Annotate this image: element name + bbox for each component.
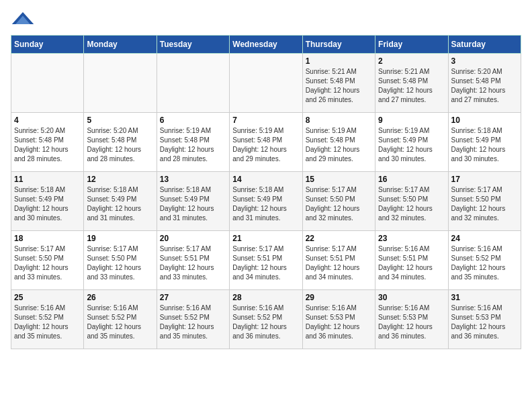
weekday-header-monday: Monday <box>84 36 157 54</box>
calendar-cell: 26Sunrise: 5:16 AM Sunset: 5:52 PM Dayli… <box>84 290 157 349</box>
weekday-header-wednesday: Wednesday <box>230 36 302 54</box>
calendar-cell: 7Sunrise: 5:19 AM Sunset: 5:48 PM Daylig… <box>230 113 302 172</box>
day-info: Sunrise: 5:18 AM Sunset: 5:49 PM Dayligh… <box>87 185 153 223</box>
weekday-header-sunday: Sunday <box>11 36 84 54</box>
calendar-cell: 1Sunrise: 5:21 AM Sunset: 5:48 PM Daylig… <box>302 54 375 113</box>
calendar-cell: 8Sunrise: 5:19 AM Sunset: 5:48 PM Daylig… <box>302 113 375 172</box>
calendar-cell: 13Sunrise: 5:18 AM Sunset: 5:49 PM Dayli… <box>157 172 229 231</box>
day-number: 25 <box>14 293 81 302</box>
calendar-cell: 12Sunrise: 5:18 AM Sunset: 5:49 PM Dayli… <box>84 172 157 231</box>
calendar-cell: 9Sunrise: 5:19 AM Sunset: 5:49 PM Daylig… <box>375 113 448 172</box>
day-info: Sunrise: 5:19 AM Sunset: 5:48 PM Dayligh… <box>160 126 226 164</box>
calendar-cell: 29Sunrise: 5:16 AM Sunset: 5:53 PM Dayli… <box>302 290 375 349</box>
day-number: 21 <box>232 234 299 243</box>
calendar-table: SundayMondayTuesdayWednesdayThursdayFrid… <box>11 35 521 349</box>
calendar-cell: 6Sunrise: 5:19 AM Sunset: 5:48 PM Daylig… <box>157 113 229 172</box>
day-info: Sunrise: 5:20 AM Sunset: 5:48 PM Dayligh… <box>14 126 81 164</box>
day-number: 3 <box>451 56 518 66</box>
calendar-week-row: 18Sunrise: 5:17 AM Sunset: 5:50 PM Dayli… <box>11 231 521 290</box>
calendar-cell: 22Sunrise: 5:17 AM Sunset: 5:51 PM Dayli… <box>302 231 375 290</box>
day-info: Sunrise: 5:18 AM Sunset: 5:49 PM Dayligh… <box>14 185 81 223</box>
day-number: 28 <box>232 293 299 302</box>
day-info: Sunrise: 5:20 AM Sunset: 5:48 PM Dayligh… <box>451 67 518 105</box>
calendar-cell: 23Sunrise: 5:16 AM Sunset: 5:51 PM Dayli… <box>375 231 448 290</box>
day-info: Sunrise: 5:16 AM Sunset: 5:52 PM Dayligh… <box>160 304 226 341</box>
day-info: Sunrise: 5:16 AM Sunset: 5:52 PM Dayligh… <box>451 244 518 282</box>
day-info: Sunrise: 5:17 AM Sunset: 5:50 PM Dayligh… <box>14 244 81 282</box>
day-info: Sunrise: 5:20 AM Sunset: 5:48 PM Dayligh… <box>87 126 153 164</box>
day-number: 14 <box>232 175 299 184</box>
day-number: 20 <box>160 234 226 243</box>
day-number: 15 <box>306 175 372 184</box>
calendar-cell: 2Sunrise: 5:21 AM Sunset: 5:48 PM Daylig… <box>375 54 448 113</box>
day-number: 24 <box>451 234 518 243</box>
calendar-cell: 28Sunrise: 5:16 AM Sunset: 5:52 PM Dayli… <box>230 290 302 349</box>
calendar-cell <box>84 54 157 113</box>
day-info: Sunrise: 5:16 AM Sunset: 5:53 PM Dayligh… <box>378 304 445 341</box>
calendar-cell: 15Sunrise: 5:17 AM Sunset: 5:50 PM Dayli… <box>302 172 375 231</box>
page-header <box>11 11 521 27</box>
day-info: Sunrise: 5:16 AM Sunset: 5:52 PM Dayligh… <box>87 304 153 341</box>
calendar-cell: 10Sunrise: 5:18 AM Sunset: 5:49 PM Dayli… <box>448 113 521 172</box>
calendar-cell: 24Sunrise: 5:16 AM Sunset: 5:52 PM Dayli… <box>448 231 521 290</box>
day-number: 17 <box>451 175 518 184</box>
calendar-cell: 31Sunrise: 5:16 AM Sunset: 5:53 PM Dayli… <box>448 290 521 349</box>
day-number: 13 <box>160 175 226 184</box>
calendar-cell: 3Sunrise: 5:20 AM Sunset: 5:48 PM Daylig… <box>448 54 521 113</box>
day-number: 27 <box>160 293 226 302</box>
calendar-cell: 5Sunrise: 5:20 AM Sunset: 5:48 PM Daylig… <box>84 113 157 172</box>
logo <box>11 11 38 27</box>
day-number: 12 <box>87 175 153 184</box>
day-info: Sunrise: 5:21 AM Sunset: 5:48 PM Dayligh… <box>378 67 445 105</box>
day-info: Sunrise: 5:18 AM Sunset: 5:49 PM Dayligh… <box>451 126 518 164</box>
day-number: 9 <box>378 116 445 125</box>
day-number: 22 <box>306 234 372 243</box>
day-number: 10 <box>451 116 518 125</box>
day-info: Sunrise: 5:16 AM Sunset: 5:53 PM Dayligh… <box>451 304 518 341</box>
day-number: 19 <box>87 234 153 243</box>
calendar-cell: 14Sunrise: 5:18 AM Sunset: 5:49 PM Dayli… <box>230 172 302 231</box>
calendar-cell <box>11 54 84 113</box>
weekday-header-row: SundayMondayTuesdayWednesdayThursdayFrid… <box>11 36 521 54</box>
day-number: 29 <box>306 293 372 302</box>
day-number: 4 <box>14 116 81 125</box>
day-info: Sunrise: 5:17 AM Sunset: 5:50 PM Dayligh… <box>451 185 518 223</box>
day-info: Sunrise: 5:17 AM Sunset: 5:50 PM Dayligh… <box>87 244 153 282</box>
day-info: Sunrise: 5:18 AM Sunset: 5:49 PM Dayligh… <box>232 185 299 223</box>
calendar-week-row: 1Sunrise: 5:21 AM Sunset: 5:48 PM Daylig… <box>11 54 521 113</box>
calendar-cell: 20Sunrise: 5:17 AM Sunset: 5:51 PM Dayli… <box>157 231 229 290</box>
weekday-header-tuesday: Tuesday <box>157 36 229 54</box>
calendar-cell <box>230 54 302 113</box>
calendar-cell: 16Sunrise: 5:17 AM Sunset: 5:50 PM Dayli… <box>375 172 448 231</box>
day-number: 6 <box>160 116 226 125</box>
day-info: Sunrise: 5:17 AM Sunset: 5:50 PM Dayligh… <box>306 185 372 223</box>
day-number: 5 <box>87 116 153 125</box>
day-number: 7 <box>232 116 299 125</box>
day-info: Sunrise: 5:19 AM Sunset: 5:48 PM Dayligh… <box>306 126 372 164</box>
calendar-cell <box>157 54 229 113</box>
weekday-header-thursday: Thursday <box>302 36 375 54</box>
day-number: 26 <box>87 293 153 302</box>
day-info: Sunrise: 5:16 AM Sunset: 5:52 PM Dayligh… <box>232 304 299 341</box>
calendar-cell: 27Sunrise: 5:16 AM Sunset: 5:52 PM Dayli… <box>157 290 229 349</box>
calendar-cell: 19Sunrise: 5:17 AM Sunset: 5:50 PM Dayli… <box>84 231 157 290</box>
day-number: 1 <box>306 56 372 66</box>
calendar-cell: 11Sunrise: 5:18 AM Sunset: 5:49 PM Dayli… <box>11 172 84 231</box>
day-info: Sunrise: 5:19 AM Sunset: 5:49 PM Dayligh… <box>378 126 445 164</box>
calendar-cell: 17Sunrise: 5:17 AM Sunset: 5:50 PM Dayli… <box>448 172 521 231</box>
calendar-week-row: 4Sunrise: 5:20 AM Sunset: 5:48 PM Daylig… <box>11 113 521 172</box>
day-info: Sunrise: 5:16 AM Sunset: 5:52 PM Dayligh… <box>14 304 81 341</box>
day-info: Sunrise: 5:17 AM Sunset: 5:51 PM Dayligh… <box>160 244 226 282</box>
day-info: Sunrise: 5:18 AM Sunset: 5:49 PM Dayligh… <box>160 185 226 223</box>
day-info: Sunrise: 5:16 AM Sunset: 5:53 PM Dayligh… <box>306 304 372 341</box>
day-info: Sunrise: 5:21 AM Sunset: 5:48 PM Dayligh… <box>306 67 372 105</box>
calendar-cell: 30Sunrise: 5:16 AM Sunset: 5:53 PM Dayli… <box>375 290 448 349</box>
day-number: 18 <box>14 234 81 243</box>
logo-icon <box>11 11 35 27</box>
weekday-header-friday: Friday <box>375 36 448 54</box>
calendar-week-row: 25Sunrise: 5:16 AM Sunset: 5:52 PM Dayli… <box>11 290 521 349</box>
day-number: 2 <box>378 56 445 66</box>
day-number: 23 <box>378 234 445 243</box>
day-info: Sunrise: 5:16 AM Sunset: 5:51 PM Dayligh… <box>378 244 445 282</box>
calendar-cell: 21Sunrise: 5:17 AM Sunset: 5:51 PM Dayli… <box>230 231 302 290</box>
